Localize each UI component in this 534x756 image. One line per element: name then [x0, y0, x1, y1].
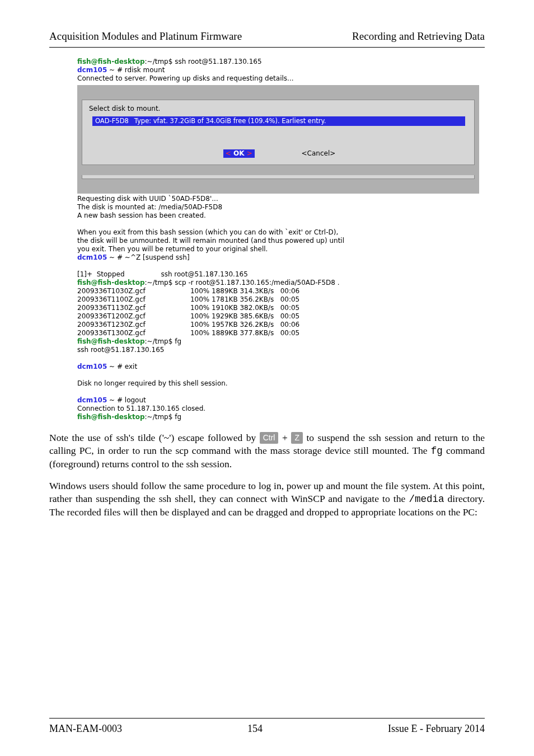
body-text: Note the use of ssh's tilde ('~') escape…	[49, 431, 485, 519]
logout-cmd: logout	[125, 396, 146, 404]
stopped-line: [1]+ Stopped ssh root@51.187.130.165	[77, 270, 479, 279]
dcm-prompt-logout: dcm105	[77, 396, 107, 404]
kbd-ctrl: Ctrl	[260, 432, 279, 444]
scp-row: 2009336T1230Z.gcf 100% 1957KB 326.2KB/s …	[77, 321, 479, 329]
footer-left: MAN-EAM-0003	[49, 723, 122, 735]
tui-dialog: Select disk to mount. OAD-F5D8 Type: vfa…	[77, 85, 479, 194]
suspend-seq: ~^Z [suspend ssh]	[123, 253, 190, 261]
kbd-z: Z	[291, 432, 303, 444]
bash-created: A new bash session has been created.	[77, 212, 479, 220]
dcm-prompt: dcm105	[77, 66, 107, 74]
mounted-at: The disk is mounted at: /media/50AD-F5D8	[77, 203, 479, 212]
prompt-path: :~/tmp$	[145, 58, 173, 65]
cmd-rdisk: rdisk mount	[125, 66, 165, 74]
plus: +	[278, 432, 291, 443]
mono-media: /media	[409, 494, 444, 505]
prompt-host-scp: fish@fish-desktop	[77, 279, 145, 287]
prompt-host-fg: fish@fish-desktop	[77, 337, 145, 345]
requesting-disk: Requesting disk with UUID `50AD-F5D8'...	[77, 195, 479, 203]
explain-2: the disk will be unmounted. It will rema…	[77, 237, 479, 245]
footer-center: 154	[247, 723, 263, 735]
scp-row: 2009336T1100Z.gcf 100% 1781KB 356.2KB/s …	[77, 295, 479, 304]
cancel-button[interactable]: <Cancel>	[302, 149, 336, 157]
terminal-transcript: fish@fish-desktop:~/tmp$ ssh root@51.187…	[77, 58, 479, 421]
page-header: Acquisition Modules and Platinum Firmwar…	[49, 27, 485, 48]
explain-1: When you exit from this bash session (wh…	[77, 228, 479, 237]
page-footer: MAN-EAM-0003 154 Issue E - February 2014	[49, 718, 485, 735]
disk-uuid: OAD-F5D8	[92, 116, 132, 126]
ssh-resume: ssh root@51.187.130.165	[77, 346, 479, 354]
p1-a: Note the use of ssh's tilde ('~') escape…	[49, 432, 260, 443]
header-right: Recording and Retrieving Data	[352, 30, 485, 43]
disk-option[interactable]: OAD-F5D8 Type: vfat. 37.2GiB of 34.0GiB …	[92, 116, 465, 126]
disk-done: Disk no longer required by this shell se…	[77, 379, 479, 388]
scp-row: 2009336T1300Z.gcf 100% 1889KB 377.8KB/s …	[77, 329, 479, 337]
scp-row: 2009336T1030Z.gcf 100% 1889KB 314.3KB/s …	[77, 287, 479, 295]
cmd-ssh: ssh root@51.187.130.165	[172, 58, 261, 65]
prompt-path-scp: :~/tmp$	[145, 279, 173, 287]
explain-3: you exit. Then you will be returned to y…	[77, 245, 479, 253]
scp-cmd: scp -r root@51.187.130.165:/media/50AD-F…	[172, 279, 339, 287]
exit-cmd: exit	[125, 363, 137, 370]
mono-fg: fg	[431, 445, 443, 457]
dcm-prompt-suffix: ~ #	[107, 66, 125, 74]
scp-row: 2009336T1130Z.gcf 100% 1910KB 382.0KB/s …	[77, 304, 479, 312]
prompt-host: fish@fish-desktop	[77, 58, 145, 65]
scp-row: 2009336T1200Z.gcf 100% 1929KB 385.6KB/s …	[77, 312, 479, 321]
ok-button[interactable]: < OK >	[223, 149, 255, 158]
footer-right: Issue E - February 2014	[388, 723, 485, 735]
prompt-host-final: fish@fish-desktop	[77, 413, 145, 421]
select-disk-label: Select disk to mount.	[89, 105, 470, 113]
dcm-prompt-exit: dcm105	[77, 363, 107, 370]
header-left: Acquisition Modules and Platinum Firmwar…	[49, 30, 242, 43]
connected-msg: Connected to server. Powering up disks a…	[77, 74, 479, 83]
fg-cmd: fg	[172, 337, 181, 345]
disk-desc: Type: vfat. 37.2GiB of 34.0GiB free (109…	[132, 116, 466, 126]
conn-closed: Connection to 51.187.130.165 closed.	[77, 405, 479, 413]
dcm-prompt-suspend: dcm105	[77, 253, 107, 261]
